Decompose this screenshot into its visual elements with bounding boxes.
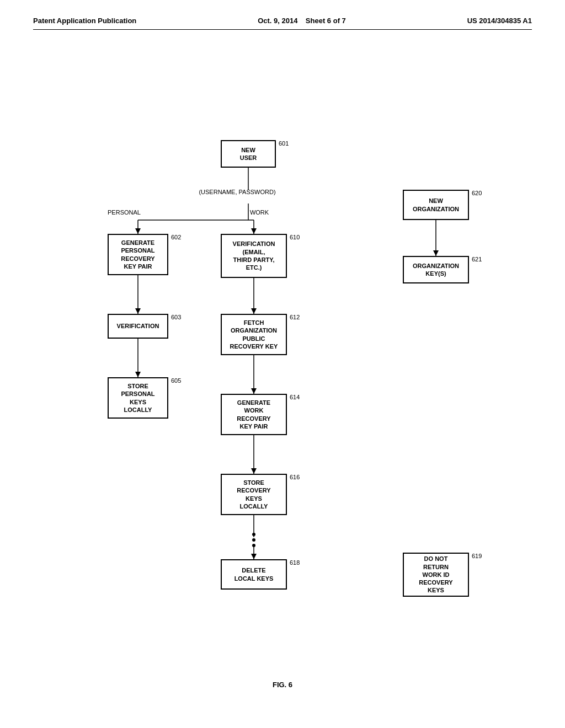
svg-marker-12: [251, 308, 257, 314]
label-603: 603: [171, 314, 181, 320]
node-614: GENERATE WORK RECOVERY KEY PAIR: [221, 394, 287, 435]
svg-point-22: [252, 533, 255, 536]
header: Patent Application Publication Oct. 9, 2…: [33, 17, 532, 30]
diagram: NEW USER 601 (USERNAME, PASSWORD) PERSON…: [33, 63, 532, 670]
node-616: STORE RECOVERY KEYS LOCALLY: [221, 474, 287, 515]
node-618: DELETE LOCAL KEYS: [221, 559, 287, 590]
node-602: GENERATE PERSONAL RECOVERY KEY PAIR: [108, 234, 168, 275]
header-patent-number: US 2014/304835 A1: [467, 17, 532, 25]
label-620: 620: [472, 190, 482, 196]
figure-caption: FIG. 6: [33, 681, 532, 689]
node-621: ORGANIZATION KEY(S): [403, 256, 469, 283]
node-620: NEW ORGANIZATION: [403, 190, 469, 220]
svg-point-24: [252, 544, 255, 547]
svg-marker-8: [135, 308, 141, 314]
svg-point-23: [252, 538, 255, 542]
svg-marker-4: [135, 228, 141, 234]
node-601: NEW USER: [221, 140, 276, 168]
label-602: 602: [171, 234, 181, 240]
svg-marker-19: [251, 554, 257, 559]
svg-marker-6: [251, 228, 257, 234]
node-619: DO NOT RETURN WORK ID RECOVERY KEYS: [403, 553, 469, 597]
header-publication: Patent Application Publication: [33, 17, 136, 25]
label-621: 621: [472, 256, 482, 263]
label-work: WORK: [243, 209, 276, 216]
label-605: 605: [171, 377, 181, 384]
label-619: 619: [472, 553, 482, 559]
label-610: 610: [290, 234, 300, 240]
svg-marker-10: [135, 372, 141, 377]
label-personal: PERSONAL: [99, 209, 149, 216]
label-username-password: (USERNAME, PASSWORD): [182, 189, 292, 195]
svg-marker-16: [251, 468, 257, 474]
label-614: 614: [290, 394, 300, 400]
node-605: STORE PERSONAL KEYS LOCALLY: [108, 377, 168, 419]
label-618: 618: [290, 559, 300, 566]
header-date-sheet: Oct. 9, 2014 Sheet 6 of 7: [258, 17, 346, 25]
node-610: VERIFICATION (EMAIL, THIRD PARTY, ETC.): [221, 234, 287, 278]
label-616: 616: [290, 474, 300, 480]
page: Patent Application Publication Oct. 9, 2…: [0, 0, 565, 728]
svg-marker-21: [433, 250, 439, 256]
svg-marker-14: [251, 388, 257, 394]
label-612: 612: [290, 314, 300, 320]
node-612: FETCH ORGANIZATION PUBLIC RECOVERY KEY: [221, 314, 287, 355]
label-601: 601: [279, 140, 289, 147]
node-603: VERIFICATION: [108, 314, 168, 339]
